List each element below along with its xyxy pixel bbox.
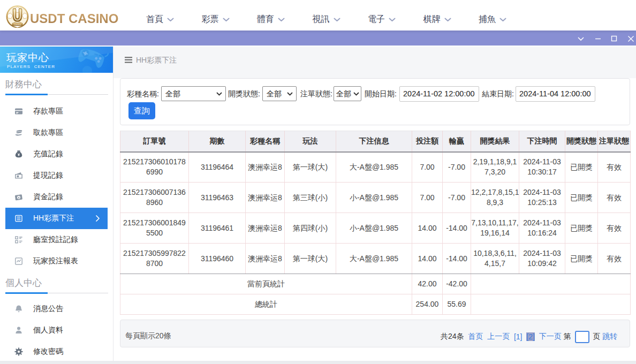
svg-text:Casino: Casino [14,23,21,26]
